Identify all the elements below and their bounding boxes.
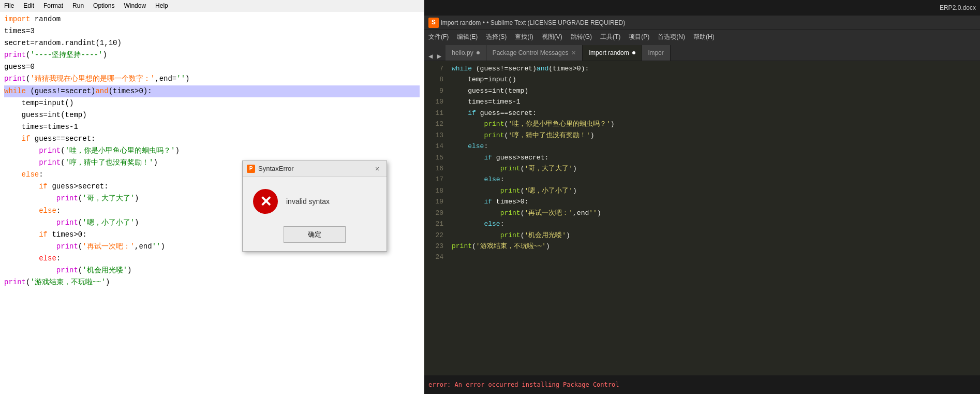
code-line: times=times-1 (4, 121, 420, 133)
code-line: print('游戏结束，不玩啦~~') (4, 276, 420, 288)
code-line: secret=random.randint(1,10) (4, 37, 420, 49)
menu-view-cn[interactable]: 视图(V) (540, 32, 565, 42)
sublime-line-7: while (guess!=secret)and(times>0): (452, 63, 976, 74)
dialog-body: ✕ invalid syntax (243, 177, 387, 222)
tab-dot (632, 51, 635, 54)
tab-close-icon[interactable]: ✕ (571, 50, 576, 56)
dialog-footer: 确定 (243, 222, 387, 251)
sublime-line-13: print('哼，猜中了也没有奖励！') (452, 130, 976, 141)
sublime-line-11: if guess==secret: (452, 108, 976, 119)
dialog-app-icon: P (247, 165, 255, 173)
code-line: print('机会用光喽') (4, 265, 420, 276)
dialog-title-content: P SyntaxError (247, 165, 294, 173)
sublime-bottom-bar: error: An error occurred installing Pack… (424, 375, 980, 394)
sublime-titlebar: ERP2.0.docx (424, 0, 980, 16)
dialog-message-text: invalid syntax (286, 197, 330, 206)
sublime-code-content[interactable]: while (guess!=secret)and(times>0): temp=… (448, 61, 980, 375)
code-line: import random (4, 13, 420, 25)
code-line: print('----坚持坚持----') (4, 49, 420, 61)
tab-label: hello.py (452, 49, 473, 56)
sublime-menubar: 文件(F) 编辑(E) 选择(S) 查找(I) 视图(V) 跳转(G) 工具(T… (424, 30, 980, 43)
tab-dot (477, 51, 480, 54)
tab-package-control[interactable]: Package Control Messages ✕ (486, 45, 583, 61)
sublime-line-21: else: (452, 218, 976, 229)
bottom-bar-text: error: An error occurred installing Pack… (428, 381, 619, 388)
sublime-line-20: print('再试一次吧：',end'') (452, 208, 976, 218)
menu-run[interactable]: Run (70, 1, 86, 10)
sublime-editor[interactable]: 7 8 9 10 11 12 13 14 15 16 17 18 19 20 2… (424, 61, 980, 375)
dialog-ok-button[interactable]: 确定 (284, 226, 346, 243)
sublime-line-18: print('嗯，小了小了') (452, 185, 976, 196)
code-line-else-red: else: (4, 253, 420, 265)
code-line: guess=int(temp) (4, 109, 420, 121)
tab-bar: ◀ ▶ hello.py Package Control Messages ✕ … (424, 43, 980, 61)
menu-file-cn[interactable]: 文件(F) (426, 32, 451, 42)
menu-format[interactable]: Format (41, 1, 65, 10)
tab-impor[interactable]: impor (642, 45, 671, 61)
sublime-line-14: else: (452, 141, 976, 152)
menu-jump-cn[interactable]: 跳转(G) (569, 32, 594, 42)
menu-file[interactable]: File (2, 1, 16, 10)
sublime-header: S import random • • Sublime Text (LICENS… (424, 16, 980, 30)
dialog-close-button[interactable]: × (372, 164, 382, 174)
sublime-line-9: guess=int(temp) (452, 85, 976, 96)
menu-help[interactable]: Help (153, 1, 170, 10)
line-numbers: 7 8 9 10 11 12 13 14 15 16 17 18 19 20 2… (424, 61, 448, 375)
sublime-line-24 (452, 252, 976, 262)
dialog-title-bar: P SyntaxError × (243, 161, 387, 177)
code-line: print('哇，你是小甲鱼心里的蛔虫吗？') (4, 145, 420, 157)
tab-label: import random (589, 49, 629, 56)
sublime-logo: S (428, 18, 439, 28)
menu-options[interactable]: Options (91, 1, 116, 10)
code-line: temp=input() (4, 97, 420, 109)
left-menubar: File Edit Format Run Options Window Help (0, 0, 424, 11)
tab-nav-arrows[interactable]: ◀ ▶ (424, 52, 446, 61)
sublime-line-12: print('哇，你是小甲鱼心里的蛔虫吗？') (452, 119, 976, 129)
tab-hello-py[interactable]: hello.py (446, 45, 486, 61)
code-line: print('猜猜我现在心里想的是哪一个数字：',end='') (4, 73, 420, 85)
menu-find-cn[interactable]: 查找(I) (513, 32, 535, 42)
sublime-line-17: else: (452, 174, 976, 185)
code-line: guess=0 (4, 61, 420, 73)
sublime-line-10: times=times-1 (452, 96, 976, 107)
sublime-line-19: if times>0: (452, 196, 976, 207)
menu-prefs-cn[interactable]: 首选项(N) (656, 32, 687, 42)
code-line: times=3 (4, 25, 420, 37)
menu-help-cn[interactable]: 帮助(H) (691, 32, 717, 42)
menu-edit[interactable]: Edit (21, 1, 36, 10)
titlebar-text: ERP2.0.docx (940, 4, 976, 11)
sublime-window-title: import random • • Sublime Text (LICENSE … (441, 19, 625, 26)
dialog-title-text: SyntaxError (258, 165, 294, 172)
error-icon: ✕ (253, 189, 278, 214)
sublime-line-8: temp=input() (452, 74, 976, 85)
tab-label: Package Control Messages (493, 49, 569, 56)
code-line-while: while (guess!=secret)and(times>0): (4, 85, 420, 97)
syntax-error-dialog: P SyntaxError × ✕ invalid syntax 确定 (242, 160, 387, 252)
menu-select-cn[interactable]: 选择(S) (484, 32, 509, 42)
tab-import-random[interactable]: import random (583, 45, 642, 61)
tab-label: impor (648, 49, 664, 56)
menu-tool-cn[interactable]: 工具(T) (598, 32, 622, 42)
menu-project-cn[interactable]: 项目(P) (627, 32, 651, 42)
sublime-line-22: print('机会用光喽') (452, 230, 976, 241)
sublime-line-23: print('游戏结束，不玩啦~~') (452, 241, 976, 252)
menu-window[interactable]: Window (122, 1, 148, 10)
code-line: if guess==secret: (4, 133, 420, 145)
sublime-line-16: print('哥，大了大了') (452, 163, 976, 174)
menu-edit-cn[interactable]: 编辑(E) (455, 32, 480, 42)
right-sublime-panel: ERP2.0.docx S import random • • Sublime … (424, 0, 980, 394)
sublime-line-15: if guess>secret: (452, 152, 976, 163)
